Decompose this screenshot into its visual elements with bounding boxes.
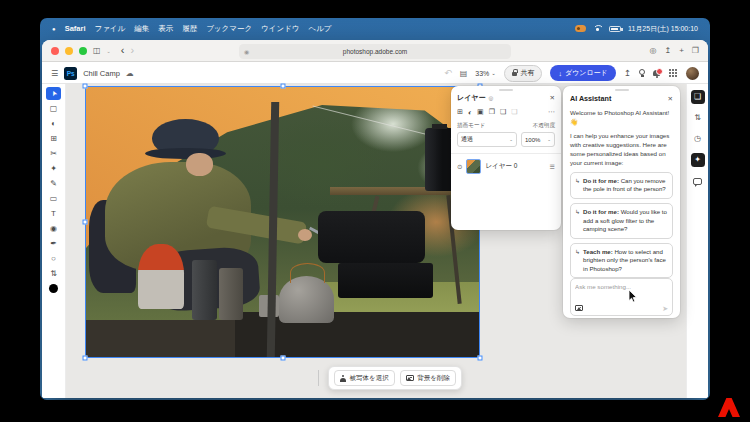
ai-suggestion-card[interactable]: ↳ Do it for me: Would you like to add a … xyxy=(570,203,673,239)
tool-shape[interactable]: ▭ xyxy=(46,192,61,205)
document-image[interactable] xyxy=(85,86,480,358)
recording-indicator-icon[interactable] xyxy=(575,25,586,32)
panels-icon[interactable]: ▤ xyxy=(460,69,468,78)
menu-item-bookmarks[interactable]: ブックマーク xyxy=(206,24,252,34)
tool-move[interactable]: ➤ xyxy=(46,87,61,100)
close-icon[interactable]: ✕ xyxy=(550,94,555,102)
add-layer-icon[interactable]: ⊞ xyxy=(457,108,463,116)
ai-suggestion-card[interactable]: ↳ Do it for me: Can you remove the pole … xyxy=(570,172,673,199)
delete-layer-icon[interactable]: ❏ xyxy=(500,108,506,116)
blend-mode-select[interactable]: 通過 ⌄ xyxy=(457,132,517,147)
layers-panel-labels: 描画モード 不透明度 xyxy=(457,122,555,130)
sidebar-chevron-icon[interactable]: ⌄ xyxy=(107,48,111,54)
color-swatch[interactable] xyxy=(49,284,58,293)
suggestion-text: Do it for me: Can you remove the pole in… xyxy=(583,177,668,194)
select-subject-button[interactable]: 被写体を選択 xyxy=(334,370,395,386)
close-window-button[interactable] xyxy=(51,47,59,55)
export-icon[interactable]: ↥ xyxy=(624,68,631,78)
taskbar-actions: 被写体を選択 背景を削除 xyxy=(328,366,462,390)
visibility-eye-icon[interactable]: ⊙ xyxy=(457,163,462,171)
comments-icon[interactable] xyxy=(691,174,705,188)
tool-pen[interactable]: ✒ xyxy=(46,237,61,250)
send-icon[interactable]: ➤ xyxy=(662,305,668,312)
tool-clone-stamp[interactable]: ◉ xyxy=(46,222,61,235)
adjustment-icon[interactable]: ◐ xyxy=(468,109,472,116)
transform-handle[interactable] xyxy=(280,84,285,89)
group-icon[interactable]: ❒ xyxy=(489,108,495,116)
menu-bar-clock[interactable]: 11月25日(土) 15:00:10 xyxy=(628,24,698,34)
undo-icon[interactable]: ↶ xyxy=(444,68,452,78)
photo-person-face xyxy=(186,153,214,176)
tool-crop[interactable]: ✂ xyxy=(46,147,61,160)
avatar[interactable] xyxy=(686,67,699,80)
notifications-icon[interactable] xyxy=(653,70,660,76)
menu-item-help[interactable]: ヘルプ xyxy=(308,24,331,34)
layer-name[interactable]: レイヤー 0 xyxy=(485,162,517,171)
panel-drag-handle[interactable] xyxy=(615,89,629,91)
share-icon[interactable]: ↥ xyxy=(664,47,671,55)
tool-adjust[interactable]: ◐ xyxy=(46,117,61,130)
menu-item-file[interactable]: ファイル xyxy=(94,24,125,34)
suggestion-arrow-icon: ↳ xyxy=(575,248,580,274)
new-tab-icon[interactable]: + xyxy=(679,47,684,55)
menu-item-edit[interactable]: 編集 xyxy=(134,24,149,34)
attach-image-icon[interactable] xyxy=(575,305,583,312)
disabled-action-icon: ❏ xyxy=(511,108,517,116)
tool-brush[interactable]: ✎ xyxy=(46,177,61,190)
more-options-icon[interactable]: ⋯ xyxy=(548,108,555,116)
layers-panel-icon[interactable]: ❏ xyxy=(691,90,705,104)
document-title[interactable]: Chill Camp xyxy=(83,69,120,78)
tabs-overview-icon[interactable]: ❐ xyxy=(692,47,699,55)
panel-drag-handle[interactable] xyxy=(499,89,513,91)
tool-marquee[interactable]: ▢ xyxy=(46,102,61,115)
layer-options-icon[interactable]: ☰ xyxy=(550,163,555,170)
properties-icon[interactable]: ⇅ xyxy=(691,111,705,125)
opacity-select[interactable]: 100% ⌄ xyxy=(521,132,555,147)
download-button[interactable]: ↓ ダウンロード xyxy=(550,65,615,81)
transform-handle[interactable] xyxy=(83,356,88,361)
layer-row[interactable]: ⊙ レイヤー 0 ☰ xyxy=(457,159,555,174)
ai-suggestion-card[interactable]: ↳ Teach me: How to select and brighten o… xyxy=(570,243,673,279)
history-icon[interactable]: ◷ xyxy=(691,132,705,146)
minimize-window-button[interactable] xyxy=(65,47,73,55)
transform-handle[interactable] xyxy=(83,84,88,89)
lightbulb-icon[interactable] xyxy=(639,69,646,76)
back-button[interactable]: ‹ xyxy=(121,45,125,56)
apple-menu-icon[interactable]: ● xyxy=(52,26,56,32)
suggestion-text: Do it for me: Would you like to add a so… xyxy=(583,208,668,234)
sidebar-icon[interactable]: ◫ xyxy=(93,47,101,55)
menu-item-window[interactable]: ウインドウ xyxy=(261,24,299,34)
tool-adjustments[interactable]: ⇅ xyxy=(46,267,61,280)
page-settings-icon[interactable]: ◎ xyxy=(649,47,656,55)
menu-item-view[interactable]: 表示 xyxy=(158,24,173,34)
ai-input-box[interactable]: ➤ xyxy=(570,278,673,316)
toolbar: ➤ ▢ ◐ ⊞ ✂ ✦ ✎ ▭ T ◉ ✒ ○ ⇅ xyxy=(42,84,66,398)
mask-icon[interactable]: ▣ xyxy=(477,108,484,116)
tool-quick-select[interactable]: ⊞ xyxy=(46,132,61,145)
privacy-shield-icon[interactable]: ◉ xyxy=(244,48,249,55)
remove-background-button[interactable]: 背景を削除 xyxy=(400,370,456,386)
contextual-taskbar: 被写体を選択 背景を削除 xyxy=(318,366,462,390)
close-icon[interactable]: ✕ xyxy=(668,95,673,103)
apps-grid-icon[interactable] xyxy=(669,69,671,71)
ai-assistant-icon[interactable]: ✦ xyxy=(691,153,705,167)
layer-thumbnail[interactable] xyxy=(466,159,481,174)
address-bar[interactable]: ◉ photoshop.adobe.com xyxy=(239,44,511,59)
zoom-window-button[interactable] xyxy=(79,47,87,55)
transform-handle[interactable] xyxy=(83,220,88,225)
share-button[interactable]: 共有 xyxy=(504,65,543,82)
tool-ellipse[interactable]: ○ xyxy=(46,252,61,265)
wifi-icon[interactable] xyxy=(593,25,602,32)
selected-layer-bounds[interactable] xyxy=(85,86,480,358)
zoom-control[interactable]: 33% ⌄ xyxy=(475,70,496,77)
taskbar-drag-handle[interactable] xyxy=(318,370,322,386)
tool-type[interactable]: T xyxy=(46,207,61,220)
menu-item-safari[interactable]: Safari xyxy=(65,24,86,33)
transform-handle[interactable] xyxy=(478,356,483,361)
menu-item-history[interactable]: 履歴 xyxy=(182,24,197,34)
tool-heal[interactable]: ✦ xyxy=(46,162,61,175)
hamburger-menu-icon[interactable]: ☰ xyxy=(51,69,58,78)
ai-prompt-input[interactable] xyxy=(575,283,668,301)
forward-button[interactable]: › xyxy=(130,45,134,56)
transform-handle[interactable] xyxy=(280,356,285,361)
